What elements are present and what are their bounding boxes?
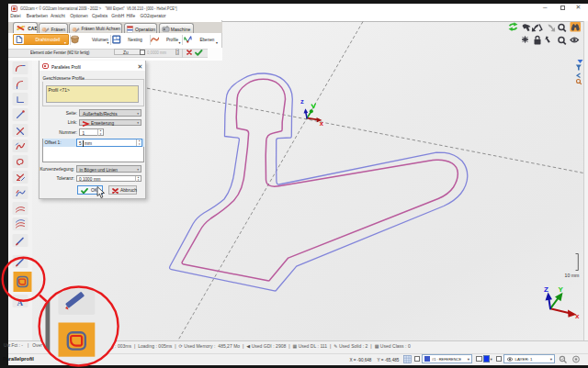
svg-text:10 mm: 10 mm [565,273,580,278]
svg-text:z: z [300,97,304,106]
svg-text:x: x [575,312,580,320]
svg-text:Z: Z [544,285,548,294]
svg-text:x: x [320,119,324,128]
svg-text:Y: Y [559,285,564,294]
